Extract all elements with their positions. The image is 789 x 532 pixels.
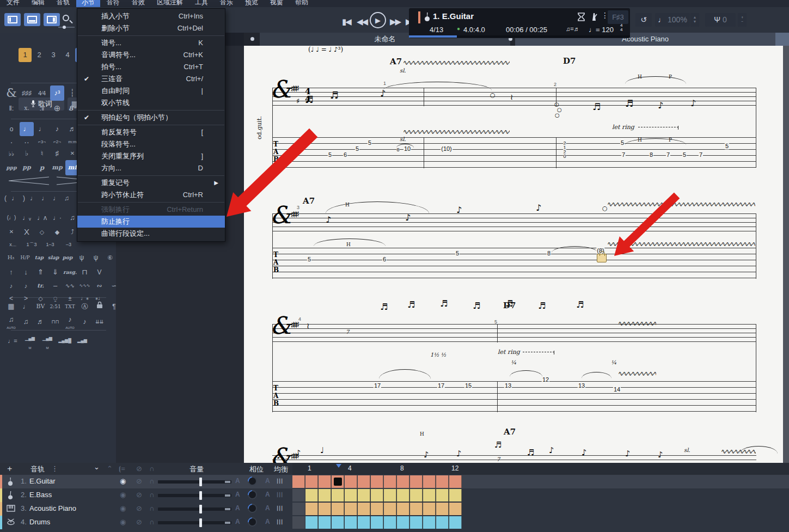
accent-button[interactable]: ♩ᵥ — [20, 211, 34, 225]
pan-automation-label[interactable]: A — [265, 518, 270, 525]
bar-cell[interactable] — [423, 503, 436, 515]
menu-bar-active[interactable]: 小节 — [76, 0, 100, 7]
volume-automation-label[interactable]: A — [235, 504, 240, 512]
rasgueado-button[interactable]: rasg. — [63, 265, 77, 279]
sharp-button[interactable]: ♯ — [50, 148, 64, 159]
transpose-stepper[interactable]: ＋－ — [738, 13, 747, 27]
solo-headphones-icon[interactable]: ∩ — [149, 518, 154, 526]
bar-cell[interactable] — [436, 516, 449, 529]
menu-item[interactable]: 谱号...K — [77, 37, 225, 49]
collapse-button[interactable]: ⇊⇊ — [93, 315, 106, 329]
clef-button[interactable]: & — [4, 85, 19, 101]
bar-cell[interactable] — [305, 503, 318, 515]
mp-button[interactable]: mp — [50, 160, 64, 175]
mute-icon[interactable]: ⊘ — [136, 504, 142, 512]
play-button[interactable]: ▶ — [370, 12, 386, 28]
menu-item[interactable]: 帮助 — [290, 0, 314, 7]
tuplet-button[interactable]: ♪³ — [50, 85, 64, 101]
track-name[interactable]: Acoustic Piano — [29, 504, 76, 512]
bar-cell[interactable] — [371, 489, 383, 502]
text-button[interactable]: TXT — [63, 299, 77, 314]
volume-handle[interactable] — [199, 518, 202, 527]
upstroke-button[interactable]: V — [93, 265, 106, 279]
stem-auto-button[interactable]: ♪AUTO — [63, 315, 77, 329]
page-view-button[interactable] — [4, 13, 21, 26]
beam-auto-button[interactable]: ♫AUTO — [4, 315, 18, 329]
mute-all-icon[interactable]: ⊘ — [136, 464, 142, 473]
wide-vibrato-button[interactable]: ∿∿∿ — [78, 279, 91, 292]
menu-item[interactable]: 弱拍起句（弱拍小节）✔ — [77, 112, 225, 124]
eq-icon[interactable]: ☰ — [276, 505, 284, 512]
mute-icon[interactable]: ⊘ — [136, 477, 142, 485]
bar-cell[interactable] — [397, 503, 409, 515]
menu-item[interactable]: 音调符号...Ctrl+K — [77, 49, 225, 61]
bar-cell[interactable] — [423, 475, 436, 488]
tab-fret-number[interactable]: 5 — [328, 151, 332, 158]
volume-handle[interactable] — [199, 505, 202, 513]
tab-fret-number[interactable]: 14 — [613, 386, 621, 393]
loop-button[interactable]: ↺ — [635, 13, 652, 27]
volume-slider[interactable] — [158, 480, 231, 484]
pop-button[interactable]: pop — [61, 251, 74, 264]
tab-fret-number[interactable]: 8 — [649, 151, 653, 158]
eq-icon[interactable]: ☰ — [276, 478, 284, 485]
eq-icon[interactable]: ☰ — [276, 492, 284, 498]
menu-item[interactable]: 删除小节Ctrl+Del — [77, 22, 225, 34]
bar-cell[interactable] — [358, 503, 370, 515]
menu-item[interactable]: 预览 — [240, 0, 264, 7]
tab-fret-number[interactable]: 5 — [307, 256, 311, 262]
pp-button[interactable]: pp — [20, 160, 34, 175]
volume-slider[interactable] — [158, 507, 231, 511]
p-button[interactable]: p — [35, 160, 49, 175]
slap-button[interactable]: slap — [47, 251, 60, 264]
expand-panel-icon[interactable]: ⌃ — [107, 464, 113, 473]
tab-fret-number[interactable]: 17 — [374, 382, 381, 389]
menu-item[interactable]: 编辑 — [26, 0, 50, 7]
artificial-harmonic-button[interactable]: ◆ — [50, 225, 64, 239]
bar-cell[interactable] — [319, 503, 331, 515]
bar-cell[interactable] — [319, 516, 331, 529]
solo-headphones-icon[interactable]: ∩ — [149, 477, 154, 485]
menu-item[interactable]: 区域注解 — [151, 0, 188, 7]
cross-head-button[interactable]: X — [20, 225, 34, 239]
rewind-button[interactable]: ◀◀ — [357, 17, 367, 27]
visibility-eye-icon[interactable]: ◉ — [120, 491, 126, 499]
tab-fret-number[interactable]: 13 — [578, 382, 585, 389]
bar-cell[interactable] — [410, 503, 423, 515]
bar-cell[interactable] — [332, 475, 344, 488]
tab-fret-number[interactable]: 5 — [355, 145, 359, 152]
menu-item[interactable]: 双小节线 — [77, 97, 225, 109]
tab-fret-number[interactable]: 5 — [368, 139, 372, 146]
empty-pickup-cell[interactable] — [292, 503, 305, 515]
bar-cell[interactable] — [384, 516, 396, 529]
visibility-eye-icon[interactable]: ◉ — [120, 477, 126, 485]
bar-cell[interactable] — [305, 475, 318, 488]
menu-item[interactable]: 三连音✔Ctrl+/ — [77, 73, 225, 85]
articulation-row[interactable]: (♩)♩♩♩♫ — [4, 194, 74, 202]
pan-knob[interactable] — [246, 502, 259, 515]
coda-button[interactable]: ⊕ — [50, 102, 64, 115]
bar-cell[interactable] — [332, 503, 344, 515]
bar-cell[interactable] — [397, 475, 409, 488]
tab-fret-number[interactable]: 7 — [699, 151, 703, 158]
repeat-close-button[interactable]: :‖ — [35, 102, 49, 115]
bar-cell[interactable] — [371, 516, 383, 529]
tab-fret-number[interactable]: 8 — [547, 250, 551, 256]
pan-automation-label[interactable]: A — [265, 504, 270, 512]
menu-item[interactable]: 音效 — [126, 0, 150, 7]
menu-item[interactable]: 重复记号▶ — [77, 177, 225, 189]
tab-fret-number[interactable]: 5 — [725, 143, 729, 149]
tabbar-scroll-button[interactable] — [775, 33, 789, 46]
dead-note-button[interactable]: ✕ — [4, 225, 19, 239]
slur-1-3-icon[interactable]: 1⌒3 — [23, 239, 40, 250]
tab-fret-number[interactable]: 5 — [682, 151, 687, 158]
pan-knob[interactable] — [246, 516, 259, 529]
slide-1-3-icon[interactable]: 1–3 — [41, 239, 59, 250]
directions-button[interactable]: ¶ — [107, 299, 116, 314]
tempo-marker-button[interactable]: ♩= — [4, 333, 21, 348]
track-name[interactable]: E.Guitar — [29, 477, 56, 485]
eq-icon[interactable]: ☰ — [276, 519, 284, 525]
pan-automation-label[interactable]: A — [265, 477, 270, 485]
menu-item[interactable]: 防止换行 — [77, 216, 225, 228]
automation-mini-button[interactable]: ▂▄▆ — [74, 333, 90, 348]
